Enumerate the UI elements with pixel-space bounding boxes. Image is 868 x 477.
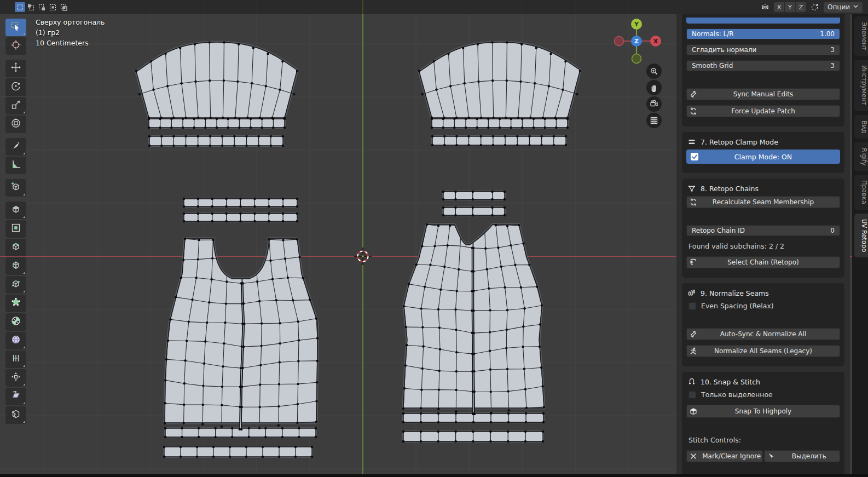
- select-mode-subtract[interactable]: [37, 2, 47, 12]
- cursor-icon: [764, 452, 778, 461]
- normals-lr-slider[interactable]: Normals: L/R1.00: [686, 28, 840, 39]
- refresh-icon: [686, 107, 701, 116]
- recalculate-seam-membership-button[interactable]: Recalculate Seam Membership: [686, 196, 840, 208]
- perspective-grid-icon[interactable]: [646, 113, 662, 128]
- mirror-icon[interactable]: [760, 2, 771, 12]
- gizmo-axis-neg-y[interactable]: [632, 54, 641, 64]
- tool-move[interactable]: [5, 60, 26, 77]
- normalize-all-seams-button[interactable]: Normalize All Seams (Legacy): [686, 345, 840, 357]
- section-header[interactable]: 8. Retopo Chains: [685, 182, 841, 196]
- refresh-icon: [686, 198, 701, 206]
- blender-window: XYZ Опции Сверху ортогональ (1) гр2 10 C…: [0, 0, 868, 477]
- tab-rigify[interactable]: Rigify: [854, 142, 868, 171]
- even-spacing-checkbox[interactable]: Even Spacing (Relax): [686, 301, 840, 311]
- sync-icon: [686, 90, 701, 99]
- gizmo-axis-x[interactable]: X: [650, 36, 661, 47]
- smooth-grid-slider[interactable]: Smooth Grid3: [686, 60, 840, 71]
- clamp-mode-toggle[interactable]: Clamp Mode: ON: [686, 150, 840, 164]
- tool-edge-slide[interactable]: [5, 350, 26, 368]
- tab-правка[interactable]: Правка: [854, 175, 868, 210]
- tool-knife[interactable]: [5, 276, 26, 294]
- select-mode-intersect[interactable]: [59, 2, 69, 12]
- tool-rip-region[interactable]: [5, 406, 26, 424]
- gizmo-axis-z[interactable]: Z: [631, 36, 642, 47]
- mark-clear-ignore-button[interactable]: Mark/Clear Ignore: [686, 450, 763, 462]
- section-header[interactable]: 9. Normalize Seams: [685, 286, 841, 301]
- tool-add-cube[interactable]: [5, 179, 26, 197]
- zoom-icon[interactable]: [646, 64, 662, 79]
- axis-toggle-y[interactable]: Y: [785, 2, 795, 12]
- axis-toggle-z[interactable]: Z: [796, 2, 806, 12]
- gizmo-axis-y[interactable]: Y: [631, 19, 642, 30]
- button-label: Snap To Highpoly: [686, 407, 840, 415]
- tab-элемент[interactable]: Элемент: [854, 16, 868, 56]
- dropdown-chevron-icon: [853, 3, 859, 11]
- gizmo-axis-neg-x[interactable]: [615, 37, 624, 46]
- section-header[interactable]: 7. Retopo Clamp Mode: [685, 135, 841, 150]
- select-mode-group: [15, 2, 69, 12]
- select-mode-extend[interactable]: [26, 2, 36, 12]
- select-mode-invert[interactable]: [48, 2, 58, 12]
- tool-poly-build[interactable]: [5, 295, 26, 312]
- section-header[interactable]: 10. Snap & Stitch: [685, 375, 841, 389]
- tool-cursor-3d[interactable]: [5, 37, 26, 55]
- tool-inset-faces-icon: [10, 222, 21, 235]
- button-label: Auto-Sync & Normalize All: [686, 330, 840, 338]
- select-mode-set[interactable]: [15, 2, 25, 12]
- tool-smooth-icon: [10, 334, 21, 347]
- button-label: Normalize All Seams (Legacy): [686, 347, 840, 355]
- tab-uv-retopo[interactable]: UV Retopo: [854, 214, 868, 257]
- tool-rotate[interactable]: [5, 78, 26, 96]
- tool-bevel[interactable]: [5, 239, 26, 256]
- view-name-label: Сверху ортогональ: [36, 17, 105, 27]
- checkbox-icon: [688, 302, 696, 310]
- camera-view-icon[interactable]: [646, 96, 662, 112]
- sync-icon: [686, 330, 701, 338]
- selectbox-icon: [686, 258, 701, 267]
- only-selected-checkbox[interactable]: Только выделенное: [686, 389, 840, 400]
- retopo-chain-id-slider[interactable]: Retopo Chain ID0: [686, 225, 840, 236]
- force-update-patch-button[interactable]: Force Update Patch: [686, 105, 840, 117]
- select-chain-button[interactable]: Select Chain (Retopo): [686, 256, 840, 268]
- tool-annotate[interactable]: [5, 138, 26, 156]
- tool-inset-faces[interactable]: [5, 220, 26, 238]
- tool-smooth[interactable]: [5, 332, 26, 349]
- svg-text:Z: Z: [634, 38, 639, 45]
- tool-shear-icon: [10, 390, 21, 403]
- tool-shear[interactable]: [5, 388, 26, 405]
- slider-label: Smooth Grid: [692, 62, 733, 70]
- tab-вид[interactable]: Вид: [854, 115, 868, 139]
- tool-measure[interactable]: [5, 157, 26, 174]
- sidebar-tabs: ЭлементИнструментВидRigifyПравкаUV Retop…: [852, 14, 868, 474]
- auto-sync-normalize-button[interactable]: Auto-Sync & Normalize All: [686, 328, 840, 340]
- tab-инструмент[interactable]: Инструмент: [854, 60, 868, 111]
- tool-cursor-3d-icon: [10, 39, 21, 53]
- tool-tweak-select[interactable]: [5, 19, 26, 36]
- grid-scale-label: 10 Centimeters: [36, 38, 105, 48]
- button-label: Recalculate Seam Membership: [686, 198, 840, 206]
- axis-toggle-group: XYZ: [774, 2, 806, 12]
- tool-spin[interactable]: [5, 313, 26, 331]
- axis-toggle-x[interactable]: X: [774, 2, 784, 12]
- tool-shrink-fatten[interactable]: [5, 369, 26, 387]
- tool-loop-cut[interactable]: [5, 257, 26, 275]
- pan-hand-icon[interactable]: [646, 80, 662, 95]
- svg-text:X: X: [653, 38, 658, 45]
- options-dropdown[interactable]: Опции: [824, 2, 863, 13]
- section-title: 7. Retopo Clamp Mode: [701, 138, 778, 146]
- options-label: Опции: [828, 3, 850, 11]
- tool-bevel-icon: [10, 241, 21, 254]
- partial-slider[interactable]: [686, 18, 840, 24]
- snap-to-highpoly-button[interactable]: Snap To Highpoly: [686, 405, 840, 418]
- checkbox-label: Even Spacing (Relax): [701, 302, 774, 310]
- tool-extrude-region[interactable]: [5, 202, 26, 219]
- tool-scale[interactable]: [5, 97, 26, 114]
- tool-transform[interactable]: [5, 116, 26, 133]
- viewport-info-overlay: Сверху ортогональ (1) гр2 10 Centimeters: [36, 17, 105, 48]
- select-stitch-button[interactable]: Выделить: [764, 450, 841, 462]
- tool-knife-icon: [10, 278, 21, 291]
- proportional-editing-icon[interactable]: [809, 2, 820, 12]
- smooth-normals-slider[interactable]: Сгладить нормали3: [686, 44, 840, 55]
- sync-manual-edits-button[interactable]: Sync Manual Edits: [686, 88, 840, 100]
- panel-section-0: Normals: L/R1.00Сгладить нормали3Smooth …: [682, 14, 844, 127]
